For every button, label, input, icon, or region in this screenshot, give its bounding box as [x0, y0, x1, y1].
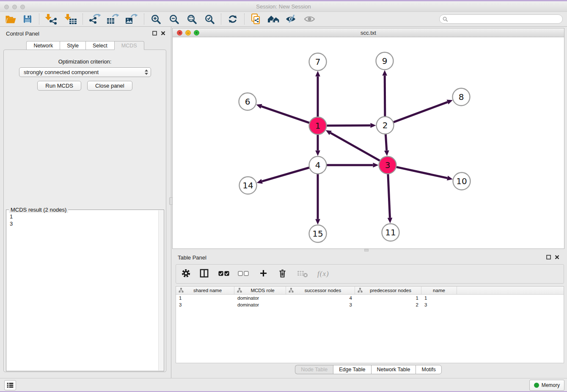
- table-cell[interactable]: 1: [176, 295, 234, 301]
- deselect-all-icon[interactable]: [238, 271, 249, 278]
- graph-node-label-8: 8: [459, 92, 464, 102]
- export-network-icon[interactable]: [87, 13, 102, 25]
- float-table-panel-icon[interactable]: [546, 255, 551, 259]
- table-cell[interactable]: dominator: [234, 295, 286, 301]
- tab-node-table[interactable]: Node Table: [295, 365, 333, 374]
- search-input-wrapper[interactable]: [439, 14, 563, 24]
- toolbar-divider: [144, 14, 144, 25]
- import-table-icon[interactable]: [63, 13, 78, 25]
- tab-style[interactable]: Style: [60, 41, 85, 50]
- canvas-resize-grip[interactable]: [364, 249, 369, 251]
- memory-button[interactable]: Memory: [529, 380, 564, 391]
- graph-edge-1-2[interactable]: [326, 125, 370, 126]
- graph-edge-2-9[interactable]: [385, 75, 385, 116]
- column-header-successor-nodes[interactable]: successor nodes: [286, 287, 355, 294]
- column-header-label: predecessor nodes: [363, 288, 421, 293]
- graph-edge-arrowhead: [373, 163, 379, 168]
- tab-select[interactable]: Select: [85, 41, 114, 50]
- minimize-window-light[interactable]: [12, 5, 17, 9]
- criterion-select-value: strongly connected component: [24, 69, 145, 75]
- network-window-title: scc.txt: [173, 28, 564, 37]
- graph-edge-3-10[interactable]: [396, 167, 447, 178]
- close-window-light[interactable]: [4, 5, 9, 9]
- network-window-close-icon[interactable]: ✕: [177, 30, 182, 36]
- graph-edge-3-11[interactable]: [388, 174, 390, 218]
- graph-edge-3-1[interactable]: [330, 133, 380, 161]
- search-input[interactable]: [448, 15, 562, 23]
- graph-edge-2-8[interactable]: [393, 102, 447, 122]
- import-network-icon[interactable]: [44, 13, 59, 25]
- close-panel-icon[interactable]: [161, 31, 165, 36]
- table-row[interactable]: 3dominator323: [176, 301, 564, 308]
- graph-edge-arrowhead: [315, 219, 320, 225]
- table-body: 1dominator4113dominator323: [176, 295, 564, 308]
- network-graph[interactable]: 7968124314101511: [173, 37, 564, 248]
- float-panel-icon[interactable]: [152, 31, 157, 36]
- table-row[interactable]: 1dominator411: [176, 295, 564, 301]
- zoom-selected-icon[interactable]: [202, 13, 217, 25]
- network-canvas[interactable]: 7968124314101511: [173, 37, 564, 248]
- result-scrollbar[interactable]: [158, 210, 163, 370]
- close-table-panel-icon[interactable]: [555, 255, 559, 259]
- tab-motifs[interactable]: Motifs: [416, 365, 441, 374]
- graph-edge-1-6[interactable]: [261, 106, 310, 123]
- app-title: Session: New Session: [0, 1, 567, 12]
- table-cell[interactable]: 3: [421, 301, 457, 308]
- select-stepper-icon: [145, 69, 148, 75]
- control-panel-tabs: NetworkStyleSelectMCDS: [0, 41, 171, 50]
- export-table-icon[interactable]: [105, 13, 121, 25]
- home-icon[interactable]: [266, 13, 282, 25]
- network-window-minimize-icon[interactable]: −: [185, 30, 191, 36]
- add-column-icon[interactable]: [259, 269, 268, 279]
- graph-node-label-9: 9: [382, 56, 388, 66]
- graph-edge-2-3[interactable]: [385, 134, 386, 150]
- tab-mcds[interactable]: MCDS: [114, 41, 144, 50]
- tab-edge-table[interactable]: Edge Table: [333, 365, 371, 374]
- column-header-label: name: [424, 288, 457, 293]
- open-session-icon[interactable]: [3, 13, 18, 25]
- column-header-predecessor-nodes[interactable]: predecessor nodes: [355, 287, 421, 294]
- split-columns-icon[interactable]: [199, 268, 209, 279]
- table-cell[interactable]: 2: [355, 301, 421, 308]
- network-window-titlebar[interactable]: ✕ − + scc.txt: [173, 28, 564, 37]
- zoom-window-light[interactable]: [20, 5, 25, 9]
- select-all-icon[interactable]: [218, 271, 229, 278]
- table-cell[interactable]: 1: [421, 295, 457, 301]
- zoom-out-icon[interactable]: [167, 13, 181, 25]
- export-image-icon[interactable]: [124, 13, 140, 25]
- column-header-mcds-role[interactable]: MCDS role: [234, 287, 286, 294]
- run-mcds-button[interactable]: Run MCDS: [37, 81, 81, 91]
- search-icon: [443, 17, 448, 22]
- hide-selected-eye-icon[interactable]: [284, 13, 299, 25]
- column-type-icon: [179, 288, 184, 293]
- tab-network[interactable]: Network: [26, 41, 60, 50]
- status-bar: Memory: [0, 378, 567, 391]
- graph-edge-4-14[interactable]: [262, 168, 309, 182]
- close-panel-button[interactable]: Close panel: [87, 81, 132, 91]
- delete-column-trash-icon[interactable]: [278, 269, 287, 279]
- table-cell[interactable]: 3: [286, 301, 355, 308]
- optimization-criterion-label: Optimization criterion:: [4, 58, 166, 65]
- toolbar-divider: [39, 14, 39, 25]
- zoom-in-icon[interactable]: [149, 13, 163, 25]
- table-cell[interactable]: 4: [286, 295, 355, 301]
- network-window-zoom-icon[interactable]: +: [194, 30, 199, 36]
- zoom-fit-icon[interactable]: [184, 13, 199, 25]
- task-history-button[interactable]: [4, 380, 16, 390]
- graph-node-label-15: 15: [312, 229, 323, 239]
- save-session-icon[interactable]: [20, 13, 35, 25]
- copy-network-icon[interactable]: [249, 13, 263, 25]
- column-header-name[interactable]: name: [421, 287, 457, 294]
- refresh-icon[interactable]: [226, 13, 240, 25]
- table-cell[interactable]: dominator: [234, 301, 286, 308]
- settings-gear-icon[interactable]: [181, 268, 191, 279]
- tab-network-table[interactable]: Network Table: [371, 365, 416, 374]
- control-panel-header: Control Panel: [0, 30, 171, 38]
- criterion-select[interactable]: strongly connected component: [19, 67, 151, 77]
- table-cell[interactable]: 3: [176, 301, 234, 308]
- graph-edge-arrowhead: [447, 176, 453, 180]
- column-header-shared-name[interactable]: shared name: [176, 287, 234, 294]
- table-cell[interactable]: 1: [355, 295, 421, 301]
- mcds-result-list[interactable]: 13: [7, 213, 158, 370]
- graph-edge-arrowhead: [370, 123, 376, 128]
